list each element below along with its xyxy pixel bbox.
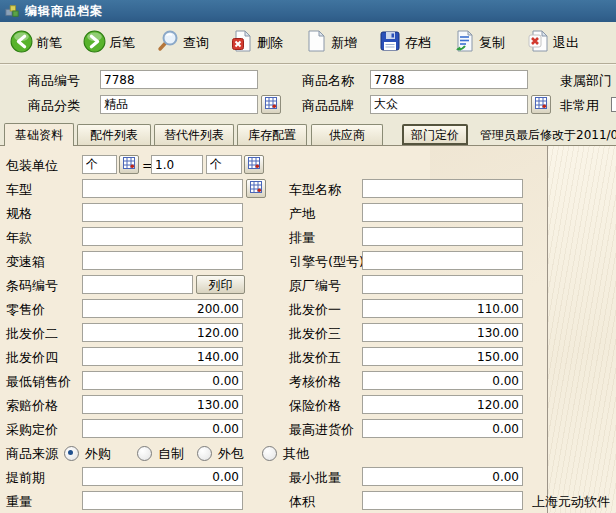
assess-price-input[interactable] (362, 371, 523, 390)
source-radio-other[interactable] (262, 446, 277, 461)
source-label: 商品来源 (6, 444, 58, 463)
grid-lookup-icon (250, 181, 262, 196)
vendor-text: 上海元动软件 (532, 493, 610, 511)
grid-lookup-icon (265, 97, 277, 112)
paper-watermark (548, 146, 616, 513)
min-batch-input[interactable] (362, 467, 523, 486)
tab-parts-list[interactable]: 配件列表 (77, 124, 151, 145)
tab-dept-pricing[interactable]: 部门定价 (402, 124, 468, 145)
source-radio-outsourced[interactable] (197, 446, 212, 461)
year-label: 年款 (6, 228, 32, 247)
engine-no-input[interactable] (362, 251, 523, 270)
packing-unit-to-input[interactable] (206, 155, 242, 174)
insurance-price-label: 保险价格 (289, 396, 341, 415)
source-radio-outsourced-purchase[interactable] (64, 446, 79, 461)
brand-label: 商品品牌 (302, 96, 354, 115)
exit-button[interactable]: 退出 (524, 27, 581, 58)
source-radio-self-made[interactable] (137, 446, 152, 461)
tab-supplier[interactable]: 供应商 (311, 124, 383, 145)
product-name-input[interactable] (370, 70, 528, 89)
wholesale5-input[interactable] (362, 347, 523, 366)
previous-record-label: 前笔 (36, 34, 62, 52)
oem-no-input[interactable] (362, 275, 523, 294)
product-code-input[interactable] (100, 70, 258, 89)
wholesale2-label: 批发价二 (6, 324, 58, 343)
packing-unit-from-lookup-button[interactable] (119, 155, 139, 174)
claim-price-input[interactable] (82, 395, 243, 414)
origin-input[interactable] (362, 203, 523, 222)
source-option-label: 其他 (283, 444, 309, 463)
new-page-icon (304, 29, 328, 56)
wholesale2-input[interactable] (82, 323, 243, 342)
packing-unit-to-lookup-button[interactable] (244, 155, 264, 174)
packing-unit-label: 包装单位 (6, 156, 58, 175)
previous-record-button[interactable]: 前笔 (8, 28, 64, 58)
copy-button[interactable]: 复制 (450, 27, 507, 58)
product-code-label: 商品编号 (28, 71, 80, 90)
uncommon-checkbox[interactable] (611, 97, 616, 112)
arrow-left-icon (10, 30, 33, 56)
next-record-button[interactable]: 后笔 (81, 28, 137, 58)
purchase-price-input[interactable] (82, 419, 243, 438)
retail-price-input[interactable] (82, 299, 243, 318)
grid-lookup-icon (248, 157, 260, 172)
wholesale4-label: 批发价四 (6, 348, 58, 367)
gearbox-input[interactable] (82, 251, 243, 270)
wholesale4-input[interactable] (82, 347, 243, 366)
print-barcode-button[interactable]: 列印 (196, 275, 245, 294)
save-floppy-icon (378, 29, 402, 56)
tab-stock-config[interactable]: 库存配置 (237, 124, 307, 145)
product-name-label: 商品名称 (302, 71, 354, 90)
spec-input[interactable] (82, 203, 243, 222)
min-batch-label: 最小批量 (289, 468, 341, 487)
packing-unit-from-input[interactable] (82, 155, 117, 174)
engine-no-label: 引擎号(型号) (289, 252, 364, 271)
weight-input[interactable] (82, 491, 243, 510)
tab-basic-info[interactable]: 基础资料 (4, 123, 74, 146)
min-sale-price-input[interactable] (82, 371, 243, 390)
year-input[interactable] (82, 227, 243, 246)
brand-lookup-button[interactable] (531, 95, 551, 114)
title-bar: 编辑商品档案 (0, 0, 616, 23)
insurance-price-input[interactable] (362, 395, 523, 414)
wholesale3-input[interactable] (362, 323, 523, 342)
lead-time-label: 提前期 (6, 468, 45, 487)
assess-price-label: 考核价格 (289, 372, 341, 391)
barcode-input[interactable] (82, 275, 193, 294)
model-name-input[interactable] (362, 179, 523, 198)
model-name-label: 车型名称 (289, 180, 341, 199)
retail-price-label: 零售价 (6, 300, 45, 319)
delete-button[interactable]: 删除 (228, 27, 285, 58)
category-lookup-button[interactable] (261, 95, 281, 114)
min-sale-price-label: 最低销售价 (6, 372, 71, 391)
displacement-input[interactable] (362, 227, 523, 246)
uncommon-label: 非常用 (560, 96, 599, 115)
last-modified-note: 管理员最后修改于2011/0 (480, 127, 616, 144)
packing-ratio-input[interactable] (151, 155, 203, 174)
displacement-label: 排量 (289, 228, 315, 247)
brand-input[interactable] (370, 95, 528, 114)
wholesale1-input[interactable] (362, 299, 523, 318)
source-option-label: 外包 (218, 444, 244, 463)
category-label: 商品分类 (28, 96, 80, 115)
category-input[interactable] (100, 95, 258, 114)
max-purchase-price-input[interactable] (362, 419, 523, 438)
spec-label: 规格 (6, 204, 32, 223)
save-button[interactable]: 存档 (376, 27, 433, 58)
lead-time-input[interactable] (82, 467, 243, 486)
edit-product-window: 编辑商品档案 前笔 后笔 (0, 0, 616, 513)
model-lookup-button[interactable] (246, 179, 266, 198)
model-input[interactable] (82, 179, 243, 198)
panel-divider (547, 146, 548, 513)
department-label: 隶属部门 (560, 71, 612, 90)
new-button[interactable]: 新增 (302, 27, 359, 58)
wholesale1-label: 批发价一 (289, 300, 341, 319)
volume-input[interactable] (362, 491, 523, 510)
tab-substitute-list[interactable]: 替代件列表 (154, 124, 234, 145)
app-icon (5, 4, 19, 18)
gearbox-label: 变速箱 (6, 252, 45, 271)
purchase-price-label: 采购定价 (6, 420, 58, 439)
oem-no-label: 原厂编号 (289, 276, 341, 295)
window-title: 编辑商品档案 (25, 3, 103, 20)
search-button[interactable]: 查询 (154, 27, 211, 58)
